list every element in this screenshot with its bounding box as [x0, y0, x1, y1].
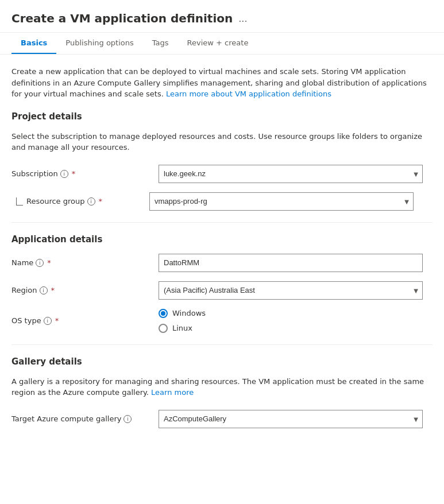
target-gallery-row: Target Azure compute gallery i AzCompute…: [11, 410, 433, 428]
name-row: Name i *: [11, 254, 433, 272]
project-details-title: Project details: [11, 111, 433, 122]
resource-group-label-container: Resource group i *: [26, 197, 102, 206]
section-divider-1: [11, 222, 433, 223]
page-title: Create a VM application definition: [11, 11, 233, 32]
target-gallery-label: Target Azure compute gallery: [11, 414, 121, 423]
tab-tags[interactable]: Tags: [143, 33, 178, 54]
os-type-label-container: OS type i *: [11, 316, 149, 325]
os-type-info-icon[interactable]: i: [44, 317, 52, 325]
subscription-required: *: [72, 169, 76, 178]
region-label: Region: [11, 286, 37, 294]
tab-review-create[interactable]: Review + create: [178, 33, 258, 54]
name-label-container: Name i *: [11, 258, 149, 267]
gallery-details-title: Gallery details: [11, 356, 433, 367]
resource-group-row: Resource group i * vmapps-prod-rg ▼: [11, 192, 433, 211]
target-gallery-info-icon[interactable]: i: [123, 415, 132, 423]
resource-group-label: Resource group: [26, 197, 85, 206]
indent-line-icon: [16, 197, 23, 206]
region-row: Region i * (Asia Pacific) Australia East…: [11, 281, 433, 300]
page-header: Create a VM application definition ...: [0, 0, 444, 33]
subscription-row: Subscription i * luke.geek.nz ▼: [11, 165, 433, 183]
target-gallery-dropdown-wrapper: AzComputeGallery ▼: [159, 410, 423, 428]
tab-basics[interactable]: Basics: [11, 33, 56, 54]
resource-group-info-icon[interactable]: i: [87, 197, 95, 206]
region-info-icon[interactable]: i: [40, 286, 48, 294]
target-gallery-dropdown[interactable]: AzComputeGallery: [159, 410, 423, 428]
name-label: Name: [11, 258, 33, 267]
learn-more-link[interactable]: Learn more about VM application definiti…: [166, 90, 331, 98]
subscription-dropdown-wrapper: luke.geek.nz ▼: [159, 165, 423, 183]
subscription-info-icon[interactable]: i: [60, 170, 68, 178]
resource-group-dropdown[interactable]: vmapps-prod-rg: [149, 192, 414, 211]
name-input[interactable]: [159, 254, 423, 272]
os-type-required: *: [55, 316, 59, 325]
gallery-details-desc: A gallery is a repository for managing a…: [11, 376, 433, 398]
page-description: Create a new application that can be dep…: [11, 66, 433, 100]
os-type-windows-option[interactable]: Windows: [159, 309, 206, 318]
project-details-desc: Select the subscription to manage deploy…: [11, 131, 433, 153]
section-divider-2: [11, 344, 433, 345]
subscription-dropdown[interactable]: luke.geek.nz: [159, 165, 423, 183]
region-required: *: [51, 286, 55, 294]
name-info-icon[interactable]: i: [36, 259, 44, 267]
resource-group-required: *: [99, 197, 103, 206]
main-content: Create a new application that can be dep…: [0, 55, 444, 449]
linux-radio-label: Linux: [172, 324, 192, 332]
gallery-learn-more-link[interactable]: Learn more: [151, 388, 194, 397]
region-dropdown[interactable]: (Asia Pacific) Australia East: [159, 281, 423, 300]
linux-radio-button[interactable]: [159, 324, 168, 333]
os-type-row: OS type i * Windows Linux: [11, 309, 433, 333]
more-options-icon[interactable]: ...: [238, 13, 247, 31]
application-details-title: Application details: [11, 234, 433, 245]
region-dropdown-wrapper: (Asia Pacific) Australia East ▼: [159, 281, 423, 300]
resource-group-dropdown-wrapper: vmapps-prod-rg ▼: [149, 192, 414, 211]
os-type-label: OS type: [11, 316, 41, 325]
subscription-label-container: Subscription i *: [11, 169, 149, 178]
name-required: *: [47, 258, 51, 267]
region-label-container: Region i *: [11, 286, 149, 294]
windows-radio-label: Windows: [172, 309, 206, 317]
target-gallery-label-container: Target Azure compute gallery i: [11, 414, 149, 423]
subscription-label: Subscription: [11, 169, 58, 178]
resource-group-label-area: Resource group i *: [11, 197, 149, 206]
tab-publishing-options[interactable]: Publishing options: [56, 33, 142, 54]
os-type-radio-group: Windows Linux: [159, 309, 206, 333]
windows-radio-button[interactable]: [159, 309, 168, 318]
tab-bar: Basics Publishing options Tags Review + …: [0, 33, 444, 55]
os-type-linux-option[interactable]: Linux: [159, 324, 206, 333]
